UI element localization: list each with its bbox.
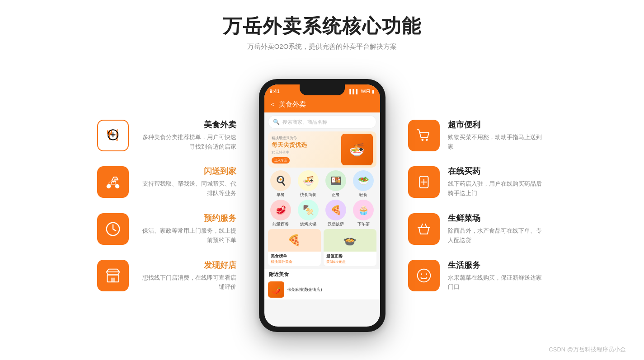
- feature-fresh: 生鲜菜场 除商品外，水产食品可在线下单、专人配送货: [408, 213, 547, 245]
- signal-icon: ▌▌▌: [349, 89, 359, 94]
- feature-icon-life: [408, 260, 440, 291]
- feature-desc-reservation: 保洁、家政等常用上门服务，线上提前预约下单: [137, 226, 236, 245]
- feature-title-supermarket: 超市便利: [448, 119, 547, 130]
- phone-time: 9:41: [270, 89, 280, 94]
- svg-rect-9: [111, 278, 115, 282]
- cat-img-burger: 🍕: [325, 200, 346, 220]
- phone-card-title-1: 美食榜单: [271, 253, 318, 259]
- phone-notch: [300, 84, 345, 95]
- cat-light[interactable]: 🥗 轻食: [351, 170, 376, 198]
- feature-icon-food: [97, 120, 129, 151]
- svg-point-15: [425, 274, 427, 275]
- feature-icon-fresh: [408, 213, 440, 245]
- phone-banner-title: 每天尖货优选: [272, 141, 341, 149]
- phone-card-1[interactable]: 🍕 美食榜单 精挑高分美食: [268, 229, 321, 266]
- cart-icon: [415, 127, 432, 144]
- feature-title-reservation: 预约服务: [137, 213, 236, 224]
- phone-card-2[interactable]: 🍲 超值正餐 美味9.9元起: [324, 229, 376, 266]
- feature-text-reservation: 预约服务 保洁、家政等常用上门服务，线上提前预约下单: [137, 213, 236, 245]
- clock-icon: [104, 220, 122, 238]
- svg-point-14: [420, 274, 422, 275]
- feature-text-pharmacy: 在线买药 线下药店入驻，用户在线购买药品后骑手送上门: [448, 166, 547, 198]
- feature-icon-discover: [97, 260, 129, 291]
- cat-breakfast[interactable]: 🍳 早餐: [268, 170, 294, 198]
- phone-categories-row2: 🥩 能量西餐 🍢 烧烤火锅 🍕 汉堡披萨 🧁: [268, 200, 376, 227]
- feature-discover: 发现好店 想找线下门店消费，在线即可查看店铺评价: [97, 260, 236, 292]
- phone-card-info-2: 超值正餐 美味9.9元起: [324, 252, 376, 266]
- feature-supermarket: 超市便利 购物买菜不用愁，动动手指马上送到家: [408, 119, 547, 152]
- feature-text-food: 美食外卖 多种美食分类推荐榜单，用户可快速寻找到合适的店家: [137, 119, 236, 152]
- cat-img-light: 🥗: [353, 170, 374, 191]
- feature-icon-flash: [97, 166, 129, 198]
- feature-title-food: 美食外卖: [137, 119, 236, 130]
- food-icon: [104, 127, 122, 144]
- page-title: 万岳外卖系统核心功能: [223, 14, 422, 39]
- feature-desc-discover: 想找线下门店消费，在线即可查看店铺评价: [137, 273, 236, 292]
- wifi-icon: WiFi: [361, 89, 370, 94]
- feature-text-life: 生活服务 水果蔬菜在线购买，保证新鲜送达家门口: [448, 260, 547, 292]
- feature-desc-life: 水果蔬菜在线购买，保证新鲜送达家门口: [448, 273, 547, 292]
- feature-icon-reservation: [97, 213, 129, 245]
- cat-bbq[interactable]: 🍢 烧烤火锅: [296, 200, 321, 227]
- cat-western[interactable]: 🥩 能量西餐: [268, 200, 294, 227]
- feature-icon-supermarket: [408, 120, 440, 151]
- moped-icon: [104, 173, 122, 191]
- phone-screen: 9:41 ▌▌▌ WiFi ▮ ＜ 美食外卖 🔍: [264, 84, 380, 327]
- cat-tea[interactable]: 🧁 下午茶: [351, 200, 376, 227]
- cat-img-quickmeal: 🍜: [298, 170, 319, 191]
- left-features: 美食外卖 多种美食分类推荐榜单，用户可快速寻找到合适的店家 闪送到家 支持帮我取…: [74, 119, 245, 292]
- svg-point-10: [421, 139, 423, 141]
- page-header: 万岳外卖系统核心功能 万岳外卖O2O系统，提供完善的外卖平台解决方案: [223, 14, 422, 51]
- phone-container: 9:41 ▌▌▌ WiFi ▮ ＜ 美食外卖 🔍: [259, 79, 385, 332]
- phone-banner-btn[interactable]: 进入专区: [272, 157, 290, 164]
- cat-img-bbq: 🍢: [298, 200, 319, 220]
- phone-nearby-item[interactable]: 🌶️ 张亮麻辣烫(金街店): [264, 280, 380, 299]
- phone-banner: 精挑细选只为你 每天尖货优选 35元特价中 进入专区 🍜: [268, 131, 376, 168]
- phone-card-info-1: 美食榜单 精挑高分美食: [268, 252, 321, 266]
- phone-search-bar[interactable]: 🔍 搜索商家、商品名称: [268, 115, 376, 129]
- svg-point-11: [425, 139, 428, 141]
- phone-search-placeholder: 搜索商家、商品名称: [282, 119, 327, 126]
- page-wrapper: 万岳外卖系统核心功能 万岳外卖O2O系统，提供完善的外卖平台解决方案 美食外卖 …: [0, 0, 644, 360]
- feature-desc-food: 多种美食分类推荐榜单，用户可快速寻找到合适的店家: [137, 133, 236, 152]
- feature-title-life: 生活服务: [448, 260, 547, 271]
- cat-img-meal: 🍱: [325, 170, 346, 191]
- phone-nearby-shop: 张亮麻辣烫(金街店): [287, 287, 322, 293]
- cat-burger[interactable]: 🍕 汉堡披萨: [323, 200, 349, 227]
- cat-img-western: 🥩: [270, 200, 291, 220]
- cat-label-quickmeal: 快食简餐: [300, 192, 316, 198]
- cat-img-breakfast: 🍳: [270, 170, 291, 191]
- store-icon: [104, 267, 122, 284]
- phone-card-img-1: 🍕: [268, 229, 321, 252]
- feature-title-pharmacy: 在线买药: [448, 166, 547, 177]
- feature-desc-pharmacy: 线下药店入驻，用户在线购买药品后骑手送上门: [448, 179, 547, 198]
- cat-label-tea: 下午茶: [357, 221, 370, 227]
- footer-credit: CSDN @万岳科技程序员小金: [549, 346, 626, 354]
- phone-frame: 9:41 ▌▌▌ WiFi ▮ ＜ 美食外卖 🔍: [259, 79, 385, 332]
- feature-text-supermarket: 超市便利 购物买菜不用愁，动动手指马上送到家: [448, 119, 547, 152]
- cat-quickmeal[interactable]: 🍜 快食简餐: [296, 170, 321, 198]
- cat-label-bbq: 烧烤火锅: [300, 221, 316, 227]
- phone-nearby-title: 附近美食: [264, 269, 380, 280]
- phone-search-icon: 🔍: [273, 119, 280, 125]
- svg-point-6: [117, 186, 118, 187]
- back-arrow-icon: ＜: [269, 100, 276, 109]
- feature-text-fresh: 生鲜菜场 除商品外，水产食品可在线下单、专人配送货: [448, 213, 547, 245]
- cat-label-western: 能量西餐: [273, 221, 289, 227]
- phone-nearby-thumb: 🌶️: [268, 281, 284, 298]
- cat-img-tea: 🧁: [353, 200, 374, 220]
- cat-label-breakfast: 早餐: [277, 192, 285, 198]
- basket-icon: [415, 220, 432, 238]
- cat-meal[interactable]: 🍱 正餐: [323, 170, 349, 198]
- feature-text-discover: 发现好店 想找线下门店消费，在线即可查看店铺评价: [137, 260, 236, 292]
- feature-desc-flash: 支持帮我取、帮我送、同城帮买、代排队等业务: [137, 179, 236, 198]
- phone-cards: 🍕 美食榜单 精挑高分美食 🍲 超值正餐 美味9.9元起: [268, 229, 376, 266]
- feature-desc-fresh: 除商品外，水产食品可在线下单、专人配送货: [448, 226, 547, 245]
- phone-banner-image: 🍜: [341, 134, 373, 165]
- feature-title-flash: 闪送到家: [137, 166, 236, 177]
- cat-label-meal: 正餐: [332, 192, 340, 198]
- feature-life: 生活服务 水果蔬菜在线购买，保证新鲜送达家门口: [408, 260, 547, 292]
- phone-banner-desc: 35元特价中: [272, 150, 341, 155]
- feature-title-fresh: 生鲜菜场: [448, 213, 547, 224]
- feature-desc-supermarket: 购物买菜不用愁，动动手指马上送到家: [448, 133, 547, 152]
